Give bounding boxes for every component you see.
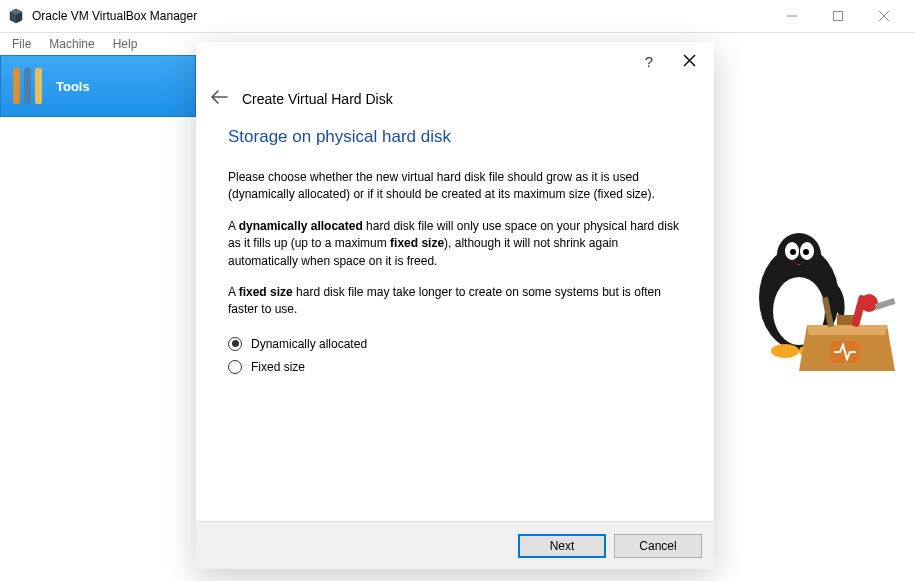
dynamic-paragraph: A dynamically allocated hard disk file w… (228, 218, 682, 270)
dialog-body: Storage on physical hard disk Please cho… (196, 127, 714, 521)
radio-dynamically-allocated[interactable]: Dynamically allocated (228, 337, 682, 351)
penguin-toolbox-illustration (737, 233, 897, 403)
tools-icon (13, 68, 42, 104)
sidebar-tools-label: Tools (56, 79, 90, 94)
menu-file[interactable]: File (4, 35, 39, 53)
maximize-button[interactable] (815, 0, 861, 33)
svg-rect-17 (875, 298, 896, 310)
cancel-button[interactable]: Cancel (614, 534, 702, 558)
menu-machine[interactable]: Machine (41, 35, 102, 53)
fixed-paragraph: A fixed size hard disk file may take lon… (228, 284, 682, 319)
close-button[interactable] (861, 0, 907, 33)
dialog-header: ? (196, 42, 714, 80)
close-icon[interactable] (679, 49, 700, 74)
menu-help[interactable]: Help (105, 35, 146, 53)
titlebar: Oracle VM VirtualBox Manager (0, 0, 915, 33)
window-controls (769, 0, 907, 33)
svg-point-9 (790, 249, 796, 255)
radio-icon (228, 360, 242, 374)
radio-fixed-size[interactable]: Fixed size (228, 360, 682, 374)
dialog-title: Create Virtual Hard Disk (242, 91, 393, 107)
window-title: Oracle VM VirtualBox Manager (32, 9, 769, 23)
intro-paragraph: Please choose whether the new virtual ha… (228, 169, 682, 204)
sidebar-tools-item[interactable]: Tools (0, 55, 196, 117)
svg-point-6 (777, 233, 821, 277)
section-heading: Storage on physical hard disk (228, 127, 682, 147)
sidebar: Tools (0, 55, 196, 581)
next-button[interactable]: Next (518, 534, 606, 558)
virtualbox-icon (8, 8, 24, 24)
help-icon[interactable]: ? (641, 49, 657, 74)
svg-rect-1 (834, 12, 843, 21)
dialog-title-row: Create Virtual Hard Disk (196, 80, 714, 127)
svg-point-11 (771, 344, 799, 358)
minimize-button[interactable] (769, 0, 815, 33)
storage-type-radio-group: Dynamically allocated Fixed size (228, 337, 682, 374)
radio-icon (228, 337, 242, 351)
svg-point-10 (803, 249, 809, 255)
dialog-footer: Next Cancel (196, 521, 714, 569)
back-arrow-icon[interactable] (210, 88, 228, 109)
svg-point-16 (860, 294, 878, 312)
create-disk-dialog: ? Create Virtual Hard Disk Storage on ph… (196, 42, 714, 569)
